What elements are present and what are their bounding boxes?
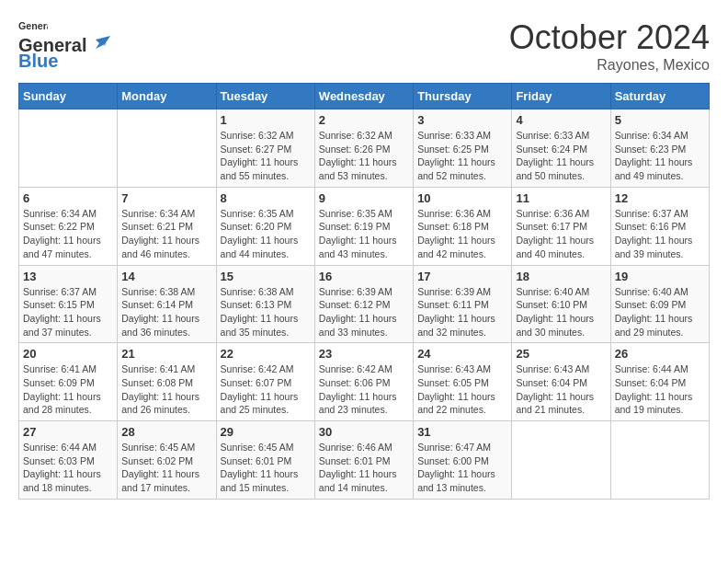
calendar-table: SundayMondayTuesdayWednesdayThursdayFrid…	[18, 83, 710, 500]
day-info: Sunrise: 6:43 AM Sunset: 6:05 PM Dayligh…	[417, 362, 507, 417]
week-row-5: 27Sunrise: 6:44 AM Sunset: 6:03 PM Dayli…	[19, 421, 710, 500]
day-number: 4	[516, 113, 606, 127]
weekday-header-sunday: Sunday	[19, 84, 118, 109]
weekday-header-friday: Friday	[512, 84, 610, 109]
day-number: 29	[221, 425, 311, 439]
day-number: 1	[221, 113, 311, 127]
day-number: 31	[417, 425, 507, 439]
calendar-cell: 5Sunrise: 6:34 AM Sunset: 6:23 PM Daylig…	[610, 109, 709, 188]
calendar-cell: 27Sunrise: 6:44 AM Sunset: 6:03 PM Dayli…	[19, 421, 118, 500]
week-row-4: 20Sunrise: 6:41 AM Sunset: 6:09 PM Dayli…	[19, 343, 710, 421]
day-number: 28	[121, 425, 211, 439]
title-block: October 2024 Rayones, Mexico	[509, 18, 710, 74]
day-number: 5	[615, 113, 705, 127]
day-info: Sunrise: 6:36 AM Sunset: 6:18 PM Dayligh…	[417, 207, 507, 261]
day-number: 30	[319, 425, 409, 439]
day-info: Sunrise: 6:33 AM Sunset: 6:24 PM Dayligh…	[516, 129, 606, 183]
day-info: Sunrise: 6:34 AM Sunset: 6:23 PM Dayligh…	[615, 129, 705, 183]
day-info: Sunrise: 6:39 AM Sunset: 6:11 PM Dayligh…	[417, 285, 507, 339]
day-number: 25	[516, 347, 606, 361]
calendar-cell: 17Sunrise: 6:39 AM Sunset: 6:11 PM Dayli…	[414, 265, 512, 343]
weekday-header-wednesday: Wednesday	[314, 84, 413, 109]
weekday-header-monday: Monday	[118, 84, 216, 109]
calendar-cell: 14Sunrise: 6:38 AM Sunset: 6:14 PM Dayli…	[118, 265, 216, 343]
day-number: 22	[221, 347, 311, 361]
day-number: 19	[615, 270, 705, 283]
day-info: Sunrise: 6:34 AM Sunset: 6:21 PM Dayligh…	[121, 207, 211, 261]
day-number: 14	[121, 270, 211, 283]
day-number: 20	[23, 347, 113, 361]
day-number: 10	[417, 191, 507, 205]
day-info: Sunrise: 6:44 AM Sunset: 6:04 PM Dayligh…	[615, 362, 705, 417]
day-info: Sunrise: 6:38 AM Sunset: 6:13 PM Dayligh…	[221, 285, 311, 339]
calendar-cell: 22Sunrise: 6:42 AM Sunset: 6:07 PM Dayli…	[216, 343, 314, 421]
weekday-header-saturday: Saturday	[610, 84, 709, 109]
calendar-cell: 25Sunrise: 6:43 AM Sunset: 6:04 PM Dayli…	[512, 343, 610, 421]
day-info: Sunrise: 6:40 AM Sunset: 6:09 PM Dayligh…	[615, 285, 705, 339]
svg-marker-1	[96, 36, 110, 49]
calendar-cell: 13Sunrise: 6:37 AM Sunset: 6:15 PM Dayli…	[19, 265, 118, 343]
day-number: 16	[319, 270, 409, 283]
weekday-header-thursday: Thursday	[414, 84, 512, 109]
day-info: Sunrise: 6:47 AM Sunset: 6:00 PM Dayligh…	[417, 441, 507, 495]
week-row-1: 1Sunrise: 6:32 AM Sunset: 6:27 PM Daylig…	[19, 109, 710, 188]
location-subtitle: Rayones, Mexico	[509, 57, 710, 74]
weekday-header-tuesday: Tuesday	[216, 84, 314, 109]
day-number: 15	[221, 270, 311, 283]
calendar-cell: 8Sunrise: 6:35 AM Sunset: 6:20 PM Daylig…	[216, 187, 314, 265]
day-info: Sunrise: 6:37 AM Sunset: 6:16 PM Dayligh…	[615, 207, 705, 261]
day-number: 26	[615, 347, 705, 361]
day-number: 27	[23, 425, 113, 439]
page-header: General General Blue October 2024 Rayone…	[18, 18, 710, 74]
calendar-cell: 2Sunrise: 6:32 AM Sunset: 6:26 PM Daylig…	[314, 109, 413, 188]
day-info: Sunrise: 6:35 AM Sunset: 6:19 PM Dayligh…	[319, 207, 409, 261]
calendar-cell	[118, 109, 216, 188]
day-number: 6	[23, 191, 113, 205]
calendar-cell	[512, 421, 610, 500]
day-number: 18	[516, 270, 606, 283]
day-info: Sunrise: 6:46 AM Sunset: 6:01 PM Dayligh…	[319, 441, 409, 495]
calendar-cell: 18Sunrise: 6:40 AM Sunset: 6:10 PM Dayli…	[512, 265, 610, 343]
day-info: Sunrise: 6:45 AM Sunset: 6:01 PM Dayligh…	[221, 441, 311, 495]
calendar-cell: 16Sunrise: 6:39 AM Sunset: 6:12 PM Dayli…	[314, 265, 413, 343]
day-number: 13	[23, 270, 113, 283]
day-number: 24	[417, 347, 507, 361]
day-info: Sunrise: 6:44 AM Sunset: 6:03 PM Dayligh…	[23, 441, 113, 495]
day-number: 21	[121, 347, 211, 361]
day-info: Sunrise: 6:41 AM Sunset: 6:09 PM Dayligh…	[23, 362, 113, 417]
calendar-cell: 7Sunrise: 6:34 AM Sunset: 6:21 PM Daylig…	[118, 187, 216, 265]
day-info: Sunrise: 6:35 AM Sunset: 6:20 PM Dayligh…	[221, 207, 311, 261]
calendar-cell: 23Sunrise: 6:42 AM Sunset: 6:06 PM Dayli…	[314, 343, 413, 421]
day-number: 8	[221, 191, 311, 205]
week-row-3: 13Sunrise: 6:37 AM Sunset: 6:15 PM Dayli…	[19, 265, 710, 343]
day-info: Sunrise: 6:39 AM Sunset: 6:12 PM Dayligh…	[319, 285, 409, 339]
day-number: 9	[319, 191, 409, 205]
day-info: Sunrise: 6:32 AM Sunset: 6:26 PM Dayligh…	[319, 129, 409, 183]
calendar-cell: 9Sunrise: 6:35 AM Sunset: 6:19 PM Daylig…	[314, 187, 413, 265]
day-info: Sunrise: 6:34 AM Sunset: 6:22 PM Dayligh…	[23, 207, 113, 261]
day-info: Sunrise: 6:45 AM Sunset: 6:02 PM Dayligh…	[121, 441, 211, 495]
logo-icon: General	[18, 18, 48, 35]
day-info: Sunrise: 6:36 AM Sunset: 6:17 PM Dayligh…	[516, 207, 606, 261]
calendar-cell: 20Sunrise: 6:41 AM Sunset: 6:09 PM Dayli…	[19, 343, 118, 421]
calendar-cell	[19, 109, 118, 188]
day-number: 11	[516, 191, 606, 205]
calendar-cell: 29Sunrise: 6:45 AM Sunset: 6:01 PM Dayli…	[216, 421, 314, 500]
logo-bird-icon	[88, 36, 110, 56]
calendar-cell	[610, 421, 709, 500]
day-info: Sunrise: 6:38 AM Sunset: 6:14 PM Dayligh…	[121, 285, 211, 339]
svg-text:General: General	[18, 20, 48, 31]
calendar-cell: 1Sunrise: 6:32 AM Sunset: 6:27 PM Daylig…	[216, 109, 314, 188]
calendar-cell: 11Sunrise: 6:36 AM Sunset: 6:17 PM Dayli…	[512, 187, 610, 265]
calendar-cell: 24Sunrise: 6:43 AM Sunset: 6:05 PM Dayli…	[414, 343, 512, 421]
day-info: Sunrise: 6:32 AM Sunset: 6:27 PM Dayligh…	[221, 129, 311, 183]
calendar-cell: 3Sunrise: 6:33 AM Sunset: 6:25 PM Daylig…	[414, 109, 512, 188]
day-number: 2	[319, 113, 409, 127]
calendar-cell: 15Sunrise: 6:38 AM Sunset: 6:13 PM Dayli…	[216, 265, 314, 343]
calendar-cell: 19Sunrise: 6:40 AM Sunset: 6:09 PM Dayli…	[610, 265, 709, 343]
day-number: 3	[417, 113, 507, 127]
logo-blue: Blue	[18, 51, 58, 72]
month-title: October 2024	[509, 18, 710, 57]
day-number: 12	[615, 191, 705, 205]
calendar-cell: 30Sunrise: 6:46 AM Sunset: 6:01 PM Dayli…	[314, 421, 413, 500]
